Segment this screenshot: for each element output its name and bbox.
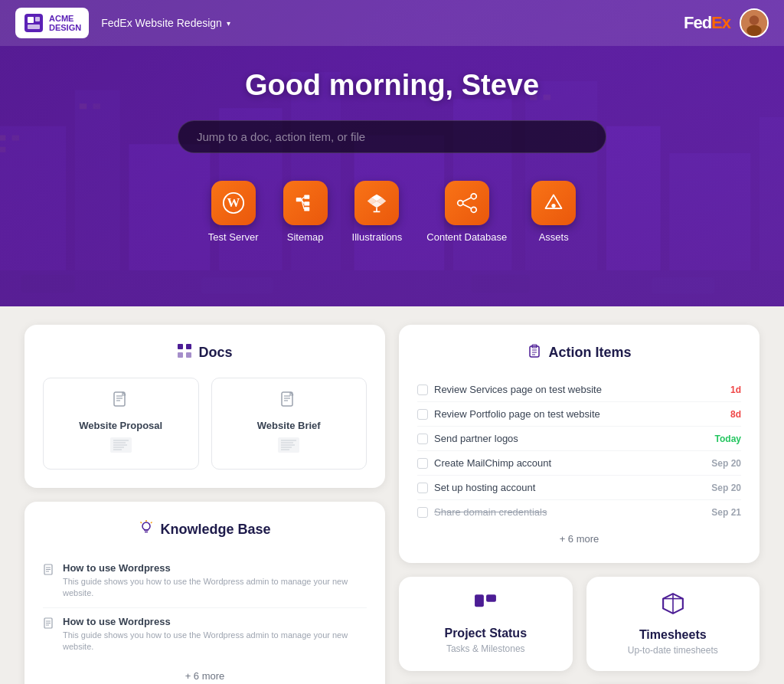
action-date-0: 1d bbox=[730, 385, 741, 395]
timesheets-title: Timesheets bbox=[639, 628, 707, 642]
mini-cards-row: Project Status Tasks & Milestones Timesh… bbox=[399, 577, 760, 684]
kb-doc-icon-1 bbox=[43, 617, 55, 632]
kb-list: How to use Wordpress This guide shows yo… bbox=[43, 555, 367, 661]
project-selector[interactable]: FedEx Website Redesign ▾ bbox=[101, 17, 230, 29]
wordpress-icon: W bbox=[222, 191, 245, 214]
sitemap-label: Sitemap bbox=[287, 231, 324, 243]
action-checkbox-5[interactable] bbox=[417, 507, 428, 518]
action-checkbox-3[interactable] bbox=[417, 458, 428, 469]
mini-card-project-status[interactable]: Project Status Tasks & Milestones bbox=[399, 577, 573, 671]
svg-rect-3 bbox=[28, 25, 40, 29]
svg-point-49 bbox=[457, 201, 462, 206]
quick-link-test-server[interactable]: W Test Server bbox=[208, 181, 259, 243]
action-checkbox-1[interactable] bbox=[417, 409, 428, 420]
action-item-left-0: Review Services page on test website bbox=[417, 384, 602, 395]
svg-text:W: W bbox=[227, 195, 240, 210]
svg-line-40 bbox=[301, 197, 304, 200]
action-item-3[interactable]: Create MailChimp account Sep 20 bbox=[417, 451, 741, 476]
svg-rect-69 bbox=[282, 392, 292, 406]
action-item-left-2: Send partner logos bbox=[417, 433, 518, 444]
svg-rect-0 bbox=[24, 14, 43, 32]
kb-desc-0: This guide shows you how to use the Word… bbox=[63, 576, 367, 600]
illustrations-icon bbox=[354, 181, 399, 225]
doc-item-proposal[interactable]: Website Proposal bbox=[43, 378, 199, 470]
action-text-4: Set up hosting account bbox=[434, 482, 535, 493]
svg-rect-2 bbox=[35, 17, 40, 21]
docs-card-title: Docs bbox=[43, 343, 367, 362]
quick-link-illustrations[interactable]: Illustrations bbox=[352, 181, 403, 243]
timesheets-sub: Up-to-date timesheets bbox=[628, 645, 718, 656]
kb-file-icon-1 bbox=[43, 617, 55, 630]
action-date-1: 8d bbox=[730, 409, 741, 420]
greeting-text: Good morning, Steve bbox=[0, 69, 784, 102]
action-item-1[interactable]: Review Portfolio page on test website 8d bbox=[417, 402, 741, 427]
illustrations-svg bbox=[366, 192, 387, 214]
action-items-title-text: Action Items bbox=[548, 345, 631, 361]
main-content: Docs Website Proposal bbox=[0, 306, 784, 684]
doc-thumb-proposal bbox=[110, 437, 132, 457]
svg-point-50 bbox=[471, 194, 476, 199]
svg-rect-57 bbox=[178, 352, 183, 358]
doc-preview-icon bbox=[110, 437, 132, 453]
action-item-4[interactable]: Set up hosting account Sep 20 bbox=[417, 476, 741, 500]
kb-item-0[interactable]: How to use Wordpress This guide shows yo… bbox=[43, 555, 367, 608]
lightbulb-icon bbox=[139, 520, 154, 535]
kb-title-0: How to use Wordpress bbox=[63, 562, 367, 574]
kb-item-1[interactable]: How to use Wordpress This guide shows yo… bbox=[43, 608, 367, 661]
quick-link-sitemap[interactable]: Sitemap bbox=[283, 181, 328, 243]
content-database-icon bbox=[445, 181, 489, 225]
left-section: Docs Website Proposal bbox=[24, 325, 385, 684]
action-checkbox-2[interactable] bbox=[417, 434, 428, 444]
action-checkbox-0[interactable] bbox=[417, 385, 428, 395]
header-right: FedEx bbox=[684, 8, 769, 38]
doc-name-proposal: Website Proposal bbox=[79, 420, 162, 431]
assets-svg bbox=[543, 192, 564, 214]
action-item-left-1: Review Portfolio page on test website bbox=[417, 408, 600, 420]
right-section: Action Items Review Services page on tes… bbox=[399, 325, 760, 684]
doc-item-brief[interactable]: Website Brief bbox=[211, 378, 368, 470]
action-text-1: Review Portfolio page on test website bbox=[434, 408, 600, 420]
svg-point-51 bbox=[471, 207, 476, 212]
kb-more-link[interactable]: + 6 more bbox=[43, 670, 367, 682]
hero-section: Good morning, Steve W Test Server bbox=[0, 0, 784, 306]
kb-content-1: How to use Wordpress This guide shows yo… bbox=[63, 616, 367, 653]
docs-card: Docs Website Proposal bbox=[24, 325, 385, 488]
svg-rect-99 bbox=[486, 594, 496, 602]
quick-link-content-database[interactable]: Content Database bbox=[426, 181, 507, 243]
action-item-0[interactable]: Review Services page on test website 1d bbox=[417, 378, 741, 402]
action-checkbox-4[interactable] bbox=[417, 483, 428, 493]
action-item-5[interactable]: Share domain credentials Sep 21 bbox=[417, 500, 741, 524]
svg-point-5 bbox=[750, 15, 760, 25]
sitemap-svg bbox=[295, 192, 316, 214]
kb-title-text: Knowledge Base bbox=[160, 522, 270, 538]
mini-card-timesheets[interactable]: Timesheets Up-to-date timesheets bbox=[586, 577, 760, 671]
doc-icon bbox=[112, 391, 130, 414]
svg-line-53 bbox=[462, 205, 471, 208]
doc-brief-icon bbox=[279, 391, 298, 414]
logo[interactable]: ACMEDESIGN bbox=[15, 8, 89, 38]
svg-rect-36 bbox=[296, 198, 301, 201]
kb-desc-1: This guide shows you how to use the Word… bbox=[63, 630, 367, 653]
chevron-down-icon: ▾ bbox=[227, 19, 230, 28]
doc-thumb-brief bbox=[278, 437, 299, 457]
doc-preview-icon-2 bbox=[278, 437, 299, 453]
quick-link-assets[interactable]: Assets bbox=[531, 181, 576, 243]
knowledge-base-card: Knowledge Base How to use Wordpress bbox=[24, 502, 385, 684]
project-status-svg bbox=[474, 594, 497, 614]
action-date-2: Today bbox=[715, 434, 741, 444]
action-text-3: Create MailChimp account bbox=[434, 457, 551, 469]
docs-grid: Website Proposal bbox=[43, 378, 367, 470]
doc-file-icon bbox=[112, 391, 130, 409]
search-input[interactable] bbox=[178, 120, 606, 153]
action-items-title: Action Items bbox=[417, 343, 741, 362]
action-date-4: Sep 20 bbox=[711, 483, 741, 493]
action-item-2[interactable]: Send partner logos Today bbox=[417, 427, 741, 451]
action-items-more[interactable]: + 6 more bbox=[417, 533, 741, 545]
kb-content-0: How to use Wordpress This guide shows yo… bbox=[63, 562, 367, 600]
logo-text: ACMEDESIGN bbox=[49, 14, 81, 32]
svg-line-84 bbox=[151, 522, 152, 524]
kb-doc-icon bbox=[43, 564, 55, 578]
avatar[interactable] bbox=[740, 8, 769, 38]
docs-title-icon bbox=[177, 343, 192, 362]
action-item-left-4: Set up hosting account bbox=[417, 482, 535, 493]
